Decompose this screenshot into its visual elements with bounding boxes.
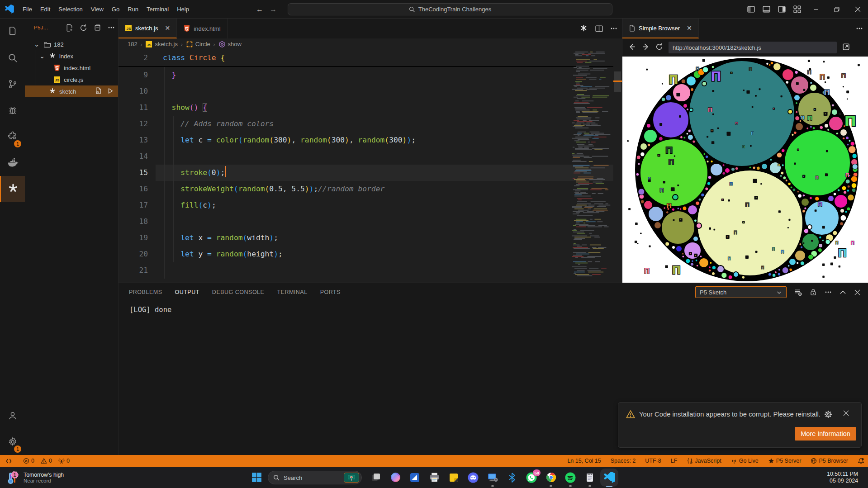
- panel-tab-debug-console[interactable]: DEBUG CONSOLE: [212, 283, 265, 301]
- toggle-secondary-sidebar-icon[interactable]: [778, 5, 786, 13]
- tree-item-index.html[interactable]: index.html: [25, 62, 118, 74]
- clear-output-icon[interactable]: [794, 289, 802, 296]
- menu-file[interactable]: File: [19, 4, 36, 14]
- customize-layout-icon[interactable]: [793, 5, 801, 13]
- status-0[interactable]: 0: [41, 458, 52, 464]
- more-actions-icon[interactable]: [108, 24, 115, 31]
- collapse-folders-icon[interactable]: [94, 24, 101, 32]
- close-tab-icon[interactable]: ✕: [687, 24, 692, 32]
- editor-scrollbar[interactable]: [613, 50, 622, 283]
- minimap[interactable]: [571, 50, 613, 283]
- close-panel-icon[interactable]: [854, 289, 861, 296]
- start-button[interactable]: [250, 470, 263, 484]
- lock-icon[interactable]: [810, 289, 817, 296]
- status-bell-icon[interactable]: [858, 458, 864, 464]
- browser-reload-icon[interactable]: [655, 43, 663, 52]
- status-p5-server[interactable]: P5 Server: [768, 458, 802, 464]
- open-external-icon[interactable]: [842, 43, 850, 52]
- status-0[interactable]: 0: [23, 458, 34, 464]
- command-center-search[interactable]: TheCodingTrain Challenges: [288, 3, 612, 15]
- browser-forward-icon[interactable]: [642, 43, 650, 52]
- chevron-expanded-icon[interactable]: ⌄: [33, 43, 40, 46]
- taskbar-copilot-icon[interactable]: [389, 472, 401, 483]
- menu-go[interactable]: Go: [108, 4, 123, 14]
- close-tab-icon[interactable]: ✕: [165, 24, 171, 32]
- browser-more-actions-icon[interactable]: [856, 25, 863, 34]
- minimize-button[interactable]: [806, 0, 826, 19]
- breadcrumb-sketch.js[interactable]: JSsketch.js: [145, 41, 178, 48]
- taskbar-spotify-icon[interactable]: [564, 472, 576, 483]
- taskbar-taskview-icon[interactable]: [370, 472, 382, 483]
- activitybar-files-icon[interactable]: [0, 19, 25, 45]
- activitybar-debug-icon[interactable]: [0, 97, 25, 123]
- taskbar-notepad-icon[interactable]: [584, 472, 596, 483]
- run-sketch-icon[interactable]: [107, 88, 114, 95]
- status-ln-15-col-15[interactable]: Ln 15, Col 15: [567, 458, 601, 464]
- tree-item-sketch[interactable]: sketch: [25, 85, 118, 97]
- status-0[interactable]: 0: [58, 458, 70, 464]
- weather-widget[interactable]: 1 Tomorrow's high Near record: [5, 467, 64, 488]
- status-p5-browser[interactable]: P5 Browser: [811, 458, 848, 464]
- status-spaces-2[interactable]: Spaces: 2: [611, 458, 636, 464]
- code-editor[interactable]: 2class Circle {9 }1011 show() {12 // Add…: [119, 50, 622, 283]
- p5-run-icon[interactable]: [579, 24, 588, 33]
- panel-tab-output[interactable]: OUTPUT: [175, 283, 199, 301]
- menu-edit[interactable]: Edit: [36, 4, 54, 14]
- notification-close-icon[interactable]: [843, 410, 849, 418]
- notification-settings-icon[interactable]: [824, 410, 832, 420]
- activitybar-p5-asterisk-icon[interactable]: [0, 176, 25, 202]
- panel-tab-ports[interactable]: PORTS: [320, 283, 341, 301]
- taskbar-chrome-icon[interactable]: [545, 472, 557, 483]
- activitybar-docker-icon[interactable]: [0, 150, 25, 176]
- more-information-button[interactable]: More Information: [795, 427, 856, 441]
- panel-more-actions-icon[interactable]: [825, 289, 832, 296]
- editor-more-actions-icon[interactable]: [610, 25, 617, 32]
- taskbar-printer-icon[interactable]: [428, 472, 440, 483]
- taskbar-snip-icon[interactable]: [409, 472, 421, 483]
- tab-simple-browser[interactable]: Simple Browser ✕: [622, 19, 699, 38]
- chevron-expanded-icon[interactable]: ⌄: [38, 54, 46, 58]
- export-sketch-icon[interactable]: [95, 87, 102, 95]
- p5-sketch-canvas[interactable]: ΠΠΠΠΠΠΠΠΠΠΠΠΠΠΠΠΠΠΠΠΠΠΠΠΠΠΠΠΠΠΠΠΠΠΠΠ: [622, 57, 868, 283]
- nav-forward-icon[interactable]: →: [270, 5, 277, 14]
- activitybar-account-icon[interactable]: [0, 403, 25, 429]
- menu-selection[interactable]: Selection: [54, 4, 86, 14]
- breadcrumb-182[interactable]: 182: [128, 41, 138, 47]
- status-javascript[interactable]: JavaScript: [687, 458, 721, 464]
- status-lf[interactable]: LF: [671, 458, 678, 464]
- close-button[interactable]: [847, 0, 868, 19]
- maximize-panel-icon[interactable]: [840, 289, 846, 296]
- tree-item-182[interactable]: ⌄182: [25, 38, 118, 50]
- menu-run[interactable]: Run: [123, 4, 142, 14]
- panel-tab-terminal[interactable]: TERMINAL: [277, 283, 307, 301]
- tab-sketch.js[interactable]: JSsketch.js✕: [119, 19, 177, 38]
- menu-help[interactable]: Help: [173, 4, 193, 14]
- activitybar-settings-gear-icon[interactable]: 1: [0, 429, 25, 455]
- refresh-icon[interactable]: [80, 24, 87, 32]
- taskbar-bluetooth-icon[interactable]: [506, 472, 518, 483]
- browser-back-icon[interactable]: [628, 43, 636, 52]
- toggle-panel-icon[interactable]: [763, 5, 770, 13]
- status-utf-8[interactable]: UTF-8: [645, 458, 661, 464]
- breadcrumb-Circle[interactable]: Circle: [186, 41, 210, 48]
- menu-view[interactable]: View: [87, 4, 108, 14]
- output-channel-select[interactable]: P5 Sketch: [695, 286, 787, 298]
- restore-button[interactable]: [826, 0, 847, 19]
- breadcrumb-show[interactable]: show: [218, 41, 242, 48]
- panel-tab-problems[interactable]: PROBLEMS: [129, 283, 162, 301]
- taskbar-vscode-icon[interactable]: [603, 472, 615, 483]
- nav-back-icon[interactable]: ←: [256, 5, 263, 14]
- new-file-icon[interactable]: [66, 24, 73, 32]
- scrollbar-slider[interactable]: [614, 71, 621, 92]
- activitybar-extensions-icon[interactable]: 1: [0, 123, 25, 150]
- activitybar-source-control-icon[interactable]: [0, 71, 25, 97]
- tree-item-index[interactable]: ⌄index: [25, 50, 118, 62]
- taskbar-remotedesktop-icon[interactable]: [487, 472, 498, 483]
- split-editor-icon[interactable]: [595, 25, 603, 33]
- status-remote-icon[interactable]: [5, 458, 12, 464]
- taskbar-stickynotes-icon[interactable]: [448, 472, 460, 483]
- activitybar-search-icon[interactable]: [0, 45, 25, 71]
- status-go-live[interactable]: Go Live: [731, 458, 759, 464]
- toggle-sidebar-icon[interactable]: [747, 5, 755, 13]
- url-input[interactable]: http://localhost:3000/182\sketch.js: [669, 42, 837, 53]
